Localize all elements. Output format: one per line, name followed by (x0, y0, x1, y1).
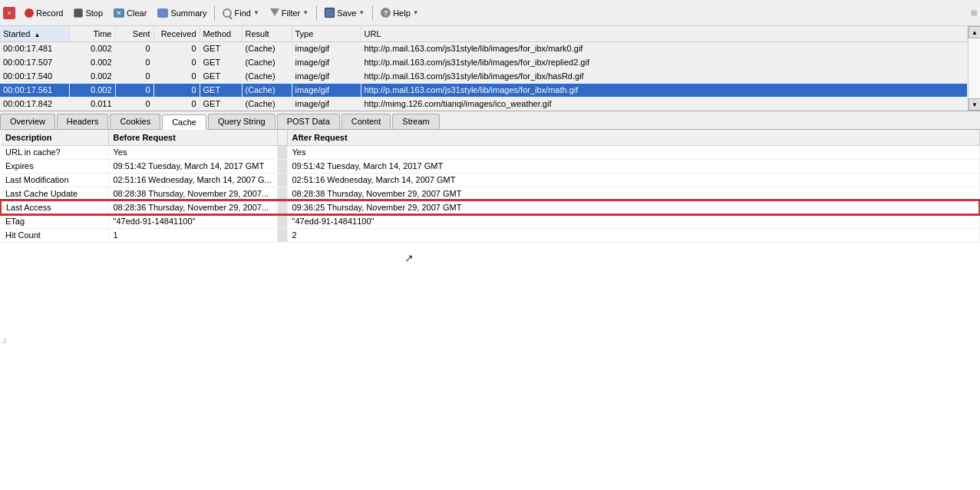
col-header-url[interactable]: URL (361, 26, 968, 41)
detail-cell-after: Yes (287, 145, 979, 159)
cell-method: GET (200, 83, 242, 97)
cell-started: 00:00:17.540 (0, 69, 69, 83)
cell-url: http://p.mail.163.com/js31style/lib/imag… (361, 41, 968, 55)
cell-result: (Cache) (242, 97, 292, 111)
summary-label: Summary (170, 8, 206, 18)
help-icon: ? (381, 8, 391, 18)
detail-tbody: URL in cache?YesYesExpires09:51:42 Tuesd… (1, 145, 979, 242)
cell-url: http://p.mail.163.com/js31style/lib/imag… (361, 83, 968, 97)
detail-header-row: Description Before Request After Request (1, 130, 979, 145)
table-header-row: Started ▲ Time Sent Received Method Resu… (0, 26, 968, 41)
cell-received: 0 (153, 55, 200, 69)
tab-overview[interactable]: Overview (0, 114, 55, 129)
table-row[interactable]: 00:00:17.5400.00200GET(Cache)image/gifht… (0, 69, 968, 83)
record-button[interactable]: Record (20, 2, 68, 24)
detail-cell-divider (277, 145, 287, 159)
cell-type: image/gif (292, 83, 361, 97)
scroll-track[interactable] (968, 38, 980, 98)
stop-button[interactable]: Stop (69, 2, 107, 24)
find-label: Find (234, 8, 250, 18)
help-button[interactable]: ? Help ▼ (376, 2, 424, 24)
filter-button[interactable]: Filter ▼ (266, 2, 313, 24)
scroll-up-button[interactable]: ▲ (968, 26, 980, 38)
table-row[interactable]: 00:00:17.5610.00200GET(Cache)image/gifht… (0, 83, 968, 97)
cell-time: 0.002 (69, 55, 115, 69)
tab-headers[interactable]: Headers (57, 114, 109, 129)
find-button[interactable]: Find ▼ (218, 2, 263, 24)
col-header-method[interactable]: Method (200, 26, 242, 41)
clear-icon: ✕ (114, 8, 124, 18)
cell-result: (Cache) (242, 55, 292, 69)
record-label: Record (36, 8, 63, 18)
cell-time: 0.002 (69, 83, 115, 97)
col-header-received[interactable]: Received (153, 26, 200, 41)
col-header-sent[interactable]: Sent (115, 26, 153, 41)
cell-started: 00:00:17.481 (0, 41, 69, 55)
detail-row: URL in cache?YesYes (1, 145, 979, 159)
cell-result: (Cache) (242, 41, 292, 55)
cell-received: 0 (153, 97, 200, 111)
cell-method: GET (200, 69, 242, 83)
cell-url: http://p.mail.163.com/js31style/lib/imag… (361, 69, 968, 83)
scroll-down-button[interactable]: ▼ (968, 98, 980, 111)
detail-row: Hit Count12 (1, 228, 979, 242)
separator-2 (316, 5, 317, 21)
cell-method: GET (200, 41, 242, 55)
cell-result: (Cache) (242, 83, 292, 97)
requests-tbody: 00:00:17.4810.00200GET(Cache)image/gifht… (0, 41, 968, 111)
col-header-desc: Description (1, 130, 108, 145)
detail-cell-before: "47edd-91-14841100" (108, 214, 277, 228)
side-label: HttpWatch Professional 4.2 (0, 337, 97, 345)
detail-cell-before: Yes (108, 145, 277, 159)
clear-button[interactable]: ✕ Clear (109, 2, 151, 24)
top-section: Started ▲ Time Sent Received Method Resu… (0, 26, 980, 111)
tab-stream[interactable]: Stream (392, 114, 439, 129)
detail-row: ETag"47edd-91-14841100""47edd-91-1484110… (1, 214, 979, 228)
col-header-after: After Request (287, 130, 979, 145)
find-dropdown-arrow: ▼ (253, 9, 259, 16)
detail-cell-before: 08:28:38 Thursday, November 29, 2007... (108, 187, 277, 200)
bottom-section: OverviewHeadersCookiesCacheQuery StringP… (0, 111, 980, 490)
main-content: Started ▲ Time Sent Received Method Resu… (0, 26, 980, 490)
cell-sent: 0 (115, 83, 153, 97)
save-dropdown-arrow: ▼ (358, 9, 365, 16)
cell-started: 00:00:17.842 (0, 97, 69, 111)
detail-cell-before: 1 (108, 228, 277, 242)
detail-cell-divider (277, 187, 287, 200)
tab-content[interactable]: Content (342, 114, 391, 129)
detail-cell-divider (277, 214, 287, 228)
col-header-result[interactable]: Result (242, 26, 292, 41)
cell-url: http://p.mail.163.com/js31style/lib/imag… (361, 55, 968, 69)
cell-type: image/gif (292, 41, 361, 55)
col-header-started[interactable]: Started ▲ (0, 26, 69, 41)
detail-cell-desc: Hit Count (1, 228, 108, 242)
col-header-time[interactable]: Time (69, 26, 115, 41)
detail-cell-before: 09:51:42 Tuesday, March 14, 2017 GMT (108, 159, 277, 173)
cell-type: image/gif (292, 69, 361, 83)
summary-button[interactable]: Summary (153, 2, 211, 24)
detail-row: Expires09:51:42 Tuesday, March 14, 2017 … (1, 159, 979, 173)
col-header-before: Before Request (108, 130, 277, 145)
table-row[interactable]: 00:00:17.4810.00200GET(Cache)image/gifht… (0, 41, 968, 55)
filter-dropdown-arrow: ▼ (302, 9, 309, 16)
save-button[interactable]: Save ▼ (320, 2, 369, 24)
tab-post-data[interactable]: POST Data (277, 114, 340, 129)
cell-sent: 0 (115, 97, 153, 111)
table-row[interactable]: 00:00:17.5070.00200GET(Cache)image/gifht… (0, 55, 968, 69)
cell-method: GET (200, 97, 242, 111)
summary-icon (157, 8, 168, 18)
cell-url: http://mimg.126.com/tianqi/images/ico_we… (361, 97, 968, 111)
cell-started: 00:00:17.507 (0, 55, 69, 69)
toolbar: × Record Stop ✕ Clear Summary Find ▼ Fil… (0, 0, 980, 26)
col-header-type[interactable]: Type (292, 26, 361, 41)
tab-query-string[interactable]: Query String (208, 114, 276, 129)
table-row[interactable]: 00:00:17.8420.01100GET(Cache)image/gifht… (0, 97, 968, 111)
close-button[interactable]: × (3, 7, 15, 19)
tab-cookies[interactable]: Cookies (110, 114, 160, 129)
tab-cache[interactable]: Cache (162, 114, 206, 130)
detail-row: Last Modification02:51:16 Wednesday, Mar… (1, 173, 979, 187)
help-dropdown-arrow: ▼ (413, 9, 419, 16)
detail-cell-before: 02:51:16 Wednesday, March 14, 2007 G... (108, 173, 277, 187)
find-icon (223, 8, 232, 18)
cell-type: image/gif (292, 97, 361, 111)
